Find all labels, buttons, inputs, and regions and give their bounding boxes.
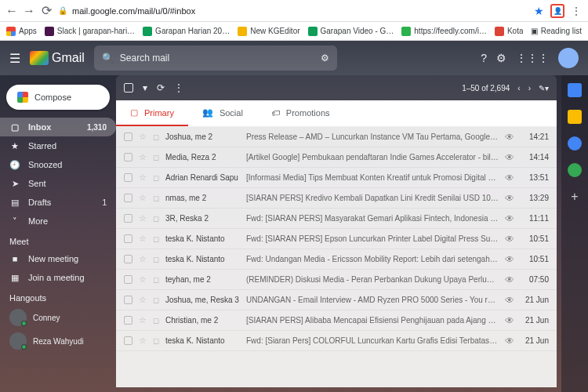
sidebar-item-more[interactable]: ˅More [0,212,116,230]
sidebar-item-starred[interactable]: ★Starred [0,136,116,155]
sidebar-item-sent[interactable]: ➤Sent [0,174,116,193]
star-icon[interactable]: ☆ [139,234,147,244]
star-icon[interactable]: ☆ [139,295,147,305]
star-icon[interactable]: ☆ [139,152,147,162]
email-row[interactable]: ☆◻nmas, me 2[SIARAN PERS] Kredivo Kembal… [116,188,557,209]
bookmark-item[interactable]: New KGEditor [238,27,299,36]
reload-icon[interactable]: ⟳ [41,5,52,16]
reading-list[interactable]: ▣ Reading list [531,27,582,35]
row-checkbox[interactable] [124,275,132,284]
nav-icon: ★ [9,141,20,151]
sidebar-item-snoozed[interactable]: 🕘Snoozed [0,155,116,174]
email-row[interactable]: ☆◻Joshua, me 2Press Release – AMD – Lunc… [116,127,557,147]
gmail-logo[interactable]: Gmail [30,51,85,65]
sidebar-item-drafts[interactable]: ▤Drafts1 [0,193,116,212]
prev-page-icon[interactable]: ‹ [517,84,520,93]
select-dropdown-icon[interactable]: ▾ [143,82,147,93]
email-row[interactable]: ☆◻teska K. NistantoFwd: [Siaran Pers] CO… [116,331,557,351]
apps-button[interactable]: Apps [6,27,37,36]
bookmark-item[interactable]: Kotak Masuk (465)… [495,27,523,36]
nav-icon: ˅ [9,216,20,227]
star-icon[interactable]: ☆ [139,336,147,346]
star-icon[interactable]: ☆ [139,193,147,203]
more-icon[interactable]: ⋮ [174,82,183,93]
url-bar[interactable]: 🔒 mail.google.com/mail/u/0/#inbox [58,6,528,16]
bookmark-star-icon[interactable]: ★ [534,5,544,17]
importance-icon[interactable]: ◻ [153,132,159,141]
forward-icon[interactable]: → [24,5,34,16]
row-checkbox[interactable] [124,255,132,263]
importance-icon[interactable]: ◻ [153,275,159,284]
contacts-addon-icon[interactable] [568,163,582,177]
account-avatar[interactable] [558,48,579,68]
tab-promotions[interactable]: 🏷Promotions [257,100,344,126]
row-checkbox[interactable] [124,214,132,223]
star-icon[interactable]: ☆ [139,274,147,285]
input-tools-icon[interactable]: ✎▾ [539,84,549,93]
row-checkbox[interactable] [124,336,132,345]
category-tabs: ▢Primary👥Social🏷Promotions [116,100,557,127]
hangout-contact[interactable]: Conney [0,306,116,329]
star-icon[interactable]: ☆ [139,213,147,223]
email-row[interactable]: ☆◻3R, Reska 2Fwd: [SIARAN PERS] Masyarak… [116,209,557,229]
url-text: mail.google.com/mail/u/0/#inbox [72,6,195,16]
bookmark-item[interactable]: https://feedly.com/i… [401,27,487,36]
importance-icon[interactable]: ◻ [153,234,159,243]
email-row[interactable]: ☆◻teska K. NistantoFwd: [SIARAN PERS] Ep… [116,229,557,249]
settings-icon[interactable]: ⚙ [496,52,506,64]
star-icon[interactable]: ☆ [139,315,147,325]
meet-label: Meet [0,230,116,249]
search-options-icon[interactable]: ⚙ [321,53,329,64]
hangout-contact[interactable]: Reza Wahyudi [0,329,116,353]
email-row[interactable]: ☆◻Adrian Renardi Sapu[Informasi Media] T… [116,168,557,188]
select-all-checkbox[interactable] [124,83,133,93]
email-row[interactable]: ☆◻Joshua, me, Reska 3UNDANGAN - Email In… [116,290,557,310]
star-icon[interactable]: ☆ [139,132,147,142]
importance-icon[interactable]: ◻ [153,153,159,162]
join-meeting[interactable]: ▦Join a meeting [0,268,116,287]
email-row[interactable]: ☆◻teyhan, me 2(REMINDER) Diskusi Media -… [116,270,557,290]
importance-icon[interactable]: ◻ [153,214,159,223]
sender: Joshua, me, Reska 3 [165,296,240,304]
tasks-addon-icon[interactable] [568,136,582,151]
bookmark-item[interactable]: Garapan Video - G… [308,27,394,36]
menu-icon[interactable]: ☰ [9,51,20,66]
compose-button[interactable]: Compose [6,85,110,110]
calendar-addon-icon[interactable] [568,83,582,97]
bookmark-item[interactable]: Garapan Harian 20… [143,27,230,36]
profile-badge[interactable]: 👤 [550,4,564,18]
support-icon[interactable]: ? [481,52,487,64]
importance-icon[interactable]: ◻ [153,173,159,182]
refresh-icon[interactable]: ⟳ [157,82,165,93]
row-checkbox[interactable] [124,234,132,243]
importance-icon[interactable]: ◻ [153,255,159,263]
importance-icon[interactable]: ◻ [153,296,159,304]
add-addon-icon[interactable]: + [571,190,578,204]
star-icon[interactable]: ☆ [139,254,147,264]
importance-icon[interactable]: ◻ [153,194,159,202]
back-icon[interactable]: ← [6,5,17,16]
search-input[interactable]: 🔍 Search mail ⚙ [94,45,337,71]
tab-primary[interactable]: ▢Primary [116,100,188,126]
keep-addon-icon[interactable] [568,110,582,124]
browser-menu-icon[interactable]: ⋮ [571,5,582,17]
row-checkbox[interactable] [124,194,132,202]
importance-icon[interactable]: ◻ [153,336,159,345]
email-row[interactable]: ☆◻Media, Reza 2[Artikel Google] Pembukaa… [116,147,557,168]
sidebar-item-inbox[interactable]: ▢Inbox1,310 [0,118,116,136]
row-checkbox[interactable] [124,153,132,162]
bookmark-item[interactable]: Slack | garapan-hari… [45,27,135,36]
row-checkbox[interactable] [124,173,132,182]
row-checkbox[interactable] [124,132,132,141]
row-checkbox[interactable] [124,296,132,304]
next-page-icon[interactable]: › [528,84,531,93]
star-icon[interactable]: ☆ [139,172,147,183]
importance-icon[interactable]: ◻ [153,316,159,325]
new-meeting[interactable]: ■New meeting [0,249,116,268]
apps-grid-icon[interactable]: ⋮⋮⋮ [516,52,549,64]
row-checkbox[interactable] [124,316,132,325]
nav-icon: ➤ [9,179,20,189]
email-row[interactable]: ☆◻Christian, me 2[SIARAN PERS] Alibaba M… [116,310,557,331]
tab-social[interactable]: 👥Social [188,100,257,126]
email-row[interactable]: ☆◻teska K. NistantoFwd: Undangan Media -… [116,249,557,270]
